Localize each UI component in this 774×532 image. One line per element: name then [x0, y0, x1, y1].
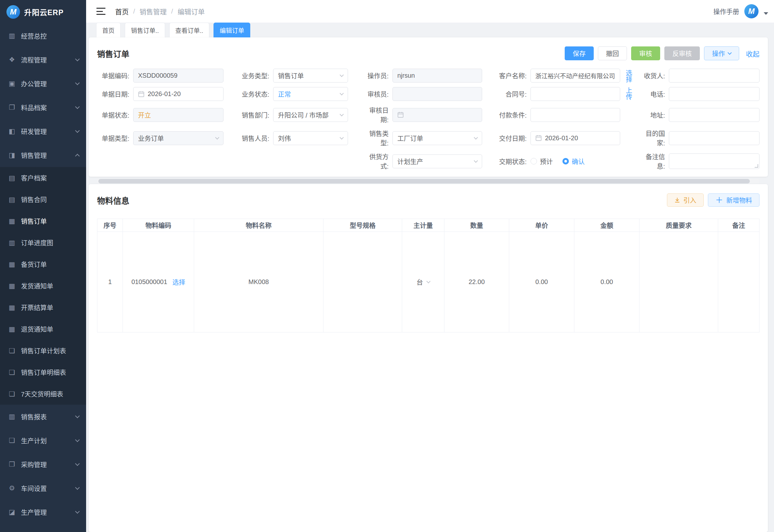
contract-no-input[interactable] [531, 87, 620, 101]
sidebar-item-production-plan[interactable]: ❏ 生产计划 [0, 429, 86, 452]
col-header-qty: 数量 [444, 219, 509, 232]
sidebar-item-outsourcing-mgmt[interactable]: ◫ 委外管理 [0, 524, 86, 532]
audit-button[interactable]: 审核 [631, 46, 660, 60]
sidebar-item-rnd-mgmt[interactable]: ◧ 研发管理 [0, 119, 86, 143]
col-header-unit: 主计量 [402, 219, 444, 232]
salesperson-select[interactable]: 刘伟 [273, 131, 348, 145]
doc-status-input: 开立 [133, 108, 223, 122]
delivery-date-value: 2026-01-20 [545, 134, 578, 142]
purchase-icon: ❒ [7, 460, 17, 468]
doc-code-input[interactable]: XSDD000059 [133, 69, 223, 83]
tab-strip: 首页 销售订单.. 查看订单.. 编辑订单 [86, 23, 774, 37]
sidebar-item-7day-delivery-sheet[interactable]: ❏ 7天交货明细表 [0, 383, 86, 405]
sidebar-item-sales-report[interactable]: ▥ 销售报表 [0, 405, 86, 429]
sidebar-item-invoice-settlement[interactable]: ▦ 开票结算单 [0, 297, 86, 318]
calendar-icon [535, 135, 542, 141]
tab-home[interactable]: 首页 [96, 23, 121, 37]
cell-price[interactable]: 0.00 [509, 232, 574, 332]
biz-status-value: 正常 [278, 89, 291, 99]
materials-panel: 物料信息 引入 ＋ 新增物料 序号 物料编码 物料名称 型号规格 主计量 数 [89, 184, 768, 532]
biz-type-select[interactable]: 销售订单 [273, 69, 348, 83]
chevron-down-icon [75, 104, 80, 109]
import-button[interactable]: 引入 [667, 193, 704, 207]
cell-remark[interactable] [718, 232, 759, 332]
scrollbar-thumb[interactable] [98, 179, 750, 183]
sidebar-item-customer-archive[interactable]: ▤ 客户档案 [0, 167, 86, 189]
radio-estimate[interactable]: 预计 [531, 157, 553, 166]
remark-textarea[interactable] [669, 153, 759, 169]
sales-type-select[interactable]: 工厂订单 [392, 131, 482, 145]
material-select-link[interactable]: 选择 [173, 277, 185, 287]
sidebar-item-delivery-notice[interactable]: ▦ 发货通知单 [0, 275, 86, 297]
collapse-link[interactable]: 收起 [746, 49, 759, 58]
sidebar-item-order-plan-sheet[interactable]: ❏ 销售订单计划表 [0, 340, 86, 361]
sidebar-item-order-progress[interactable]: ▥ 订单进度图 [0, 232, 86, 253]
address-input[interactable] [669, 108, 759, 122]
delivery-date-input[interactable]: 2026-01-20 [531, 131, 620, 145]
breadcrumb-home[interactable]: 首页 [115, 6, 129, 16]
chevron-down-icon[interactable] [764, 12, 768, 15]
sidebar-item-production-mgmt[interactable]: ◪ 生产管理 [0, 500, 86, 524]
sidebar-item-process-mgmt[interactable]: ❖ 流程管理 [0, 48, 86, 72]
dest-country-input[interactable] [669, 131, 759, 145]
sidebar-item-purchase-mgmt[interactable]: ❒ 采购管理 [0, 452, 86, 476]
manual-link[interactable]: 操作手册 [713, 7, 739, 16]
consignee-input[interactable] [669, 69, 759, 83]
table-row: 1 0105000001 选择 MK008 台 22.00 0.00 [97, 232, 759, 332]
sidebar-item-sales-contract[interactable]: ▤ 销售合同 [0, 189, 86, 210]
sheet-icon: ❏ [7, 369, 17, 376]
supply-mode-select[interactable]: 计划生产 [392, 154, 482, 168]
payment-terms-input[interactable] [531, 108, 620, 122]
cell-qty[interactable]: 22.00 [444, 232, 509, 332]
customer-select-link[interactable]: 选择 [625, 70, 632, 83]
breadcrumb-section[interactable]: 销售管理 [140, 6, 167, 16]
customer-name-input[interactable]: 浙江裕兴不动产经纪有限公司 [531, 69, 620, 83]
collapse-menu-icon[interactable] [96, 8, 105, 15]
production-icon: ◪ [7, 508, 17, 516]
sidebar-item-return-notice[interactable]: ▦ 退货通知单 [0, 318, 86, 340]
upload-link[interactable]: 上传 [625, 87, 632, 100]
save-button[interactable]: 保存 [565, 46, 594, 60]
cell-quality[interactable] [640, 232, 718, 332]
salesperson-value: 刘伟 [278, 133, 291, 143]
withdraw-button[interactable]: 撤回 [598, 46, 627, 60]
sidebar-item-sales-order[interactable]: ▦ 销售订单 [0, 210, 86, 232]
calendar-icon [138, 91, 144, 97]
rnd-icon: ◧ [7, 127, 17, 135]
radio-confirm[interactable]: 确认 [562, 157, 585, 166]
sidebar-item-office-mgmt[interactable]: ▣ 办公管理 [0, 72, 86, 95]
actions-dropdown-button[interactable]: 操作 [704, 46, 739, 60]
gear-icon: ⚙ [7, 484, 17, 492]
sidebar-item-sales-mgmt[interactable]: ◨ 销售管理 [0, 143, 86, 167]
sidebar-item-material-archive[interactable]: ❐ 料品档案 [0, 95, 86, 119]
field-label: 单据日期: [97, 89, 133, 99]
phone-input[interactable] [669, 87, 759, 101]
add-material-button[interactable]: ＋ 新增物料 [708, 193, 759, 207]
material-code-value[interactable]: 0105000001 [131, 278, 167, 286]
sidebar-item-workshop-settings[interactable]: ⚙ 车间设置 [0, 476, 86, 500]
panel-title: 销售订单 [97, 48, 129, 59]
biz-status-select[interactable]: 正常 [273, 87, 348, 101]
tab-view-order[interactable]: 查看订单.. [169, 23, 210, 37]
horizontal-scrollbar [97, 179, 759, 183]
cell-spec[interactable] [323, 232, 402, 332]
sidebar-item-label: 车间设置 [21, 484, 76, 493]
avatar[interactable]: M [744, 4, 759, 18]
cell-name[interactable]: MK008 [194, 232, 323, 332]
sidebar-item-order-detail-sheet[interactable]: ❏ 销售订单明细表 [0, 361, 86, 383]
doc-date-input[interactable]: 2026-01-20 [133, 87, 223, 101]
operator-value: njrsun [397, 72, 415, 79]
operator-input[interactable]: njrsun [392, 69, 482, 83]
tab-edit-order[interactable]: 编辑订单 [213, 23, 250, 37]
col-header-amount: 金额 [574, 219, 640, 232]
flow-icon: ❖ [7, 56, 17, 64]
sidebar-item-business-control[interactable]: ▥ 经营总控 [0, 24, 86, 48]
unit-select[interactable]: 台 [417, 277, 430, 287]
sidebar-item-stock-order[interactable]: ▦ 备货订单 [0, 253, 86, 275]
doc-type-select[interactable]: 业务订单 [133, 131, 223, 145]
customer-name-value: 浙江裕兴不动产经纪有限公司 [535, 71, 615, 80]
tab-sales-order[interactable]: 销售订单.. [125, 23, 165, 37]
sales-dept-select[interactable]: 升阳公司 / 市场部 [273, 108, 348, 122]
field-label: 客户名称: [495, 71, 531, 80]
sidebar-item-label: 料品档案 [21, 103, 76, 112]
